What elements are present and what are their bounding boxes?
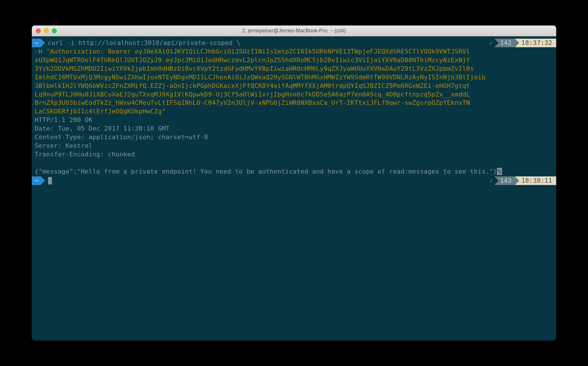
prompt-time: 18:38:11 (515, 176, 556, 185)
response-content-type: Content-Type: application/json; charset=… (32, 133, 556, 141)
prompt-path: ~ (32, 39, 41, 47)
prompt-time: 18:37:32 (515, 39, 556, 47)
traffic-lights (36, 28, 57, 33)
close-icon[interactable] (36, 28, 41, 33)
history-number: 143 (494, 176, 515, 185)
window-title: 2. jerriepelser@Jerries-MacBook-Pro: ~ (… (36, 28, 552, 34)
minimize-icon[interactable] (44, 28, 49, 33)
response-status: HTTP/1.1 200 OK (32, 116, 556, 124)
response-body-text: {"message":"Hello from a private endpoin… (35, 168, 497, 175)
prompt-line-2: ~ ✓ 143 18:38:11 (32, 176, 556, 185)
check-icon: ✓ (489, 39, 494, 47)
blank-line (32, 159, 556, 167)
check-icon: ✓ (489, 176, 494, 185)
response-body: {"message":"Hello from a private endpoin… (32, 167, 556, 176)
terminal-window: 2. jerriepelser@Jerries-MacBook-Pro: ~ (… (32, 25, 556, 341)
cursor-area[interactable] (41, 176, 489, 185)
response-date: Date: Tue, 05 Dec 2017 11:38:10 GMT (32, 124, 556, 133)
maximize-icon[interactable] (52, 28, 57, 33)
auth-header-token: -H "Authorization: Bearer eyJ0eXAiOiJKV1… (32, 47, 556, 116)
prompt-line-1: ~ curl -i http://localhost:3010/api/priv… (32, 39, 556, 47)
percent-sign: % (497, 168, 502, 175)
cursor-icon (48, 177, 52, 184)
prompt-path: ~ (32, 176, 41, 185)
response-transfer: Transfer-Encoding: chunked (32, 150, 556, 159)
command-text: curl -i http://localhost:3010/api/privat… (41, 39, 489, 47)
terminal-body[interactable]: ~ curl -i http://localhost:3010/api/priv… (32, 36, 556, 185)
titlebar[interactable]: 2. jerriepelser@Jerries-MacBook-Pro: ~ (… (32, 25, 556, 36)
response-server: Server: Kestrel (32, 141, 556, 150)
history-number: 142 (494, 39, 515, 47)
